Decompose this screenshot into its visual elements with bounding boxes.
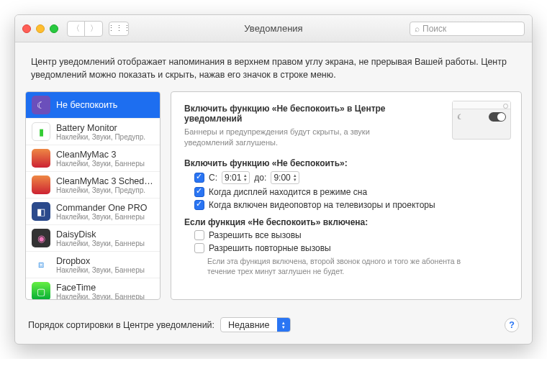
app-list: ☾ Не беспокоить ▮ Battery MonitorНаклейк…: [25, 91, 161, 300]
app-icon: [32, 176, 50, 194]
traffic-lights: [22, 24, 58, 33]
titlebar: 〈 〉 ⋮⋮⋮ Уведомления ⌕ Поиск: [15, 15, 532, 42]
allow-repeat-checkbox[interactable]: [194, 243, 204, 253]
sidebar-item-dropbox[interactable]: ⧈ DropboxНаклейки, Звуки, Баннеры: [26, 252, 160, 278]
schedule-checkbox[interactable]: [194, 173, 204, 183]
maximize-icon[interactable]: [50, 24, 58, 33]
dropbox-icon: ⧈: [32, 255, 50, 274]
moon-icon: ☾: [32, 96, 50, 114]
search-placeholder: Поиск: [422, 24, 446, 34]
app-icon: ◧: [32, 202, 50, 221]
detail-panel: ☾ Включить функцию «Не беспокоить» в Цен…: [171, 91, 522, 300]
sort-label: Порядок сортировки в Центре уведомлений:: [28, 320, 214, 330]
minimize-icon[interactable]: [36, 24, 45, 33]
sidebar-item-daisydisk[interactable]: ◉ DaisyDiskНаклейки, Звуки, Баннеры: [26, 225, 160, 252]
section-turn-on: Включить функцию «Не беспокоить»:: [184, 158, 508, 168]
sidebar-item-facetime[interactable]: ▢ FaceTimeНаклейки, Звуки, Баннеры: [26, 278, 160, 300]
facetime-icon: ▢: [32, 282, 50, 300]
preview-thumbnail: ☾: [452, 101, 511, 140]
app-icon: ◉: [32, 229, 50, 247]
chevron-updown-icon: ▴▾: [277, 318, 290, 332]
search-input[interactable]: ⌕ Поиск: [410, 22, 525, 36]
close-icon[interactable]: [22, 24, 31, 33]
sidebar-item-cleanmymac-sched[interactable]: CleanMyMac 3 SchedulerНаклейки, Звуки, П…: [26, 172, 160, 199]
sort-select[interactable]: Недавние ▴▾: [220, 317, 290, 332]
sidebar-item-commander[interactable]: ◧ Commander One PROНаклейки, Звуки, Банн…: [26, 199, 160, 225]
toggle-icon: [489, 112, 506, 122]
schedule-row: С: 9:01▴▾ до: 9:00▴▾: [194, 171, 508, 184]
forward-button[interactable]: 〉: [85, 22, 102, 36]
nav-buttons: 〈 〉: [67, 21, 103, 37]
content-area: ☾ Не беспокоить ▮ Battery MonitorНаклейк…: [15, 91, 532, 310]
mirror-checkbox[interactable]: [194, 200, 204, 210]
section-when-on: Если функция «Не беспокоить» включена:: [184, 217, 508, 227]
sidebar-item-battery[interactable]: ▮ Battery MonitorНаклейки, Звуки, Предуп…: [26, 119, 160, 145]
help-button[interactable]: ?: [505, 318, 519, 332]
detail-description: Баннеры и предупреждения будут скрыты, а…: [184, 127, 400, 148]
intro-text: Центр уведомлений отображает напоминания…: [15, 42, 532, 91]
app-icon: [32, 149, 50, 168]
footer: Порядок сортировки в Центре уведомлений:…: [15, 310, 532, 344]
battery-icon: ▮: [32, 122, 50, 141]
sleep-checkbox[interactable]: [194, 187, 204, 197]
search-icon: ⌕: [415, 24, 420, 34]
detail-heading: Включить функцию «Не беспокоить» в Центр…: [184, 104, 400, 124]
repeat-hint: Если эта функция включена, второй звонок…: [207, 256, 466, 276]
back-button[interactable]: 〈: [68, 22, 85, 36]
show-all-button[interactable]: ⋮⋮⋮: [109, 22, 129, 36]
time-to-input[interactable]: 9:00▴▾: [271, 171, 299, 184]
time-from-input[interactable]: 9:01▴▾: [222, 171, 250, 184]
allow-all-checkbox[interactable]: [194, 230, 204, 240]
sidebar-item-dnd[interactable]: ☾ Не беспокоить: [26, 92, 160, 119]
moon-icon: ☾: [457, 113, 464, 121]
sidebar-item-cleanmymac[interactable]: CleanMyMac 3Наклейки, Звуки, Баннеры: [26, 145, 160, 172]
preferences-window: 〈 〉 ⋮⋮⋮ Уведомления ⌕ Поиск Центр уведом…: [14, 14, 533, 345]
